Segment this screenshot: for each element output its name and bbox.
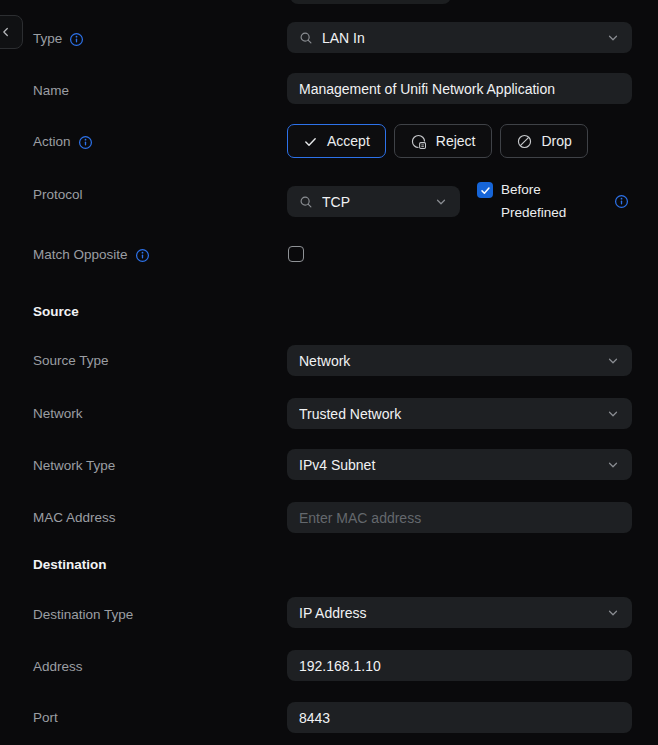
chevron-down-icon <box>606 458 620 472</box>
source-type-label: Source Type <box>33 353 109 369</box>
circle-slash-icon <box>516 133 533 150</box>
type-label: Type <box>33 31 84 47</box>
network-label: Network <box>33 406 83 422</box>
chevron-down-icon <box>606 407 620 421</box>
network-type-label: Network Type <box>33 458 115 474</box>
reject-icon <box>410 133 427 150</box>
source-type-dropdown[interactable]: Network <box>287 345 632 376</box>
firewall-rule-form: Type LAN In Name Action Accept <box>0 0 658 745</box>
address-input[interactable] <box>287 650 632 681</box>
action-label: Action <box>33 134 93 150</box>
destination-section-header: Destination <box>33 557 107 573</box>
before-predefined-label-line1: Before <box>501 182 541 198</box>
type-value: LAN In <box>322 30 597 46</box>
info-icon[interactable] <box>69 32 84 47</box>
check-icon <box>303 134 318 149</box>
partial-field-above[interactable] <box>290 0 451 4</box>
search-icon <box>299 195 313 209</box>
before-predefined-checkbox[interactable] <box>477 182 493 198</box>
match-opposite-label: Match Opposite <box>33 247 150 263</box>
address-label: Address <box>33 659 83 675</box>
chevron-down-icon <box>434 195 448 209</box>
mac-address-input[interactable] <box>287 502 632 533</box>
reject-button[interactable]: Reject <box>394 124 492 158</box>
network-dropdown[interactable]: Trusted Network <box>287 398 632 429</box>
search-icon <box>299 31 313 45</box>
port-label: Port <box>33 710 58 726</box>
type-dropdown[interactable]: LAN In <box>287 22 632 53</box>
network-type-value: IPv4 Subnet <box>299 457 597 473</box>
chevron-down-icon <box>606 606 620 620</box>
chevron-down-icon <box>606 31 620 45</box>
protocol-dropdown[interactable]: TCP <box>287 186 460 217</box>
accept-button[interactable]: Accept <box>287 124 386 158</box>
network-type-dropdown[interactable]: IPv4 Subnet <box>287 449 632 480</box>
source-section-header: Source <box>33 304 79 320</box>
destination-type-label: Destination Type <box>33 607 133 623</box>
destination-type-value: IP Address <box>299 605 597 621</box>
mac-address-label: MAC Address <box>33 510 116 526</box>
network-value: Trusted Network <box>299 406 597 422</box>
chevron-down-icon <box>606 354 620 368</box>
protocol-label: Protocol <box>33 187 83 203</box>
info-icon[interactable] <box>135 248 150 263</box>
destination-type-dropdown[interactable]: IP Address <box>287 597 632 628</box>
info-icon[interactable] <box>614 194 629 209</box>
info-icon[interactable] <box>78 135 93 150</box>
port-input[interactable] <box>287 702 632 733</box>
name-input[interactable] <box>287 73 632 104</box>
chevron-left-icon <box>0 25 13 39</box>
protocol-value: TCP <box>322 194 425 210</box>
source-type-value: Network <box>299 353 597 369</box>
match-opposite-checkbox[interactable] <box>288 246 304 262</box>
action-button-group: Accept Reject Drop <box>287 124 588 158</box>
name-label: Name <box>33 83 69 99</box>
drop-button[interactable]: Drop <box>500 124 588 158</box>
back-button[interactable] <box>0 15 23 49</box>
before-predefined-label-line2: Predefined <box>501 205 566 221</box>
